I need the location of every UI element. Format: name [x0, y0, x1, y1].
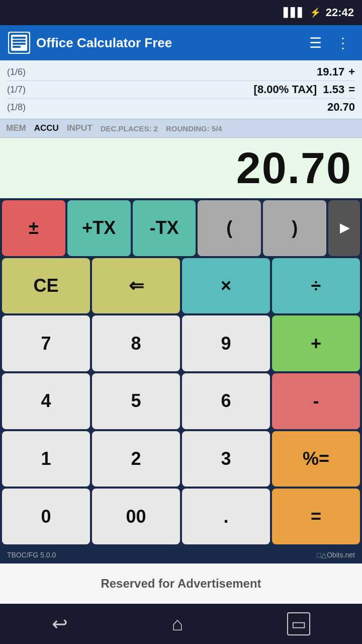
key-clear-entry[interactable]: CE [2, 258, 90, 314]
nav-bar: ↩ ⌂ ▭ [0, 604, 362, 644]
history-index-7: (1/7) [7, 85, 26, 95]
key-4[interactable]: 4 [2, 373, 90, 429]
key-add-tax[interactable]: +TX [67, 200, 131, 256]
key-row-6: 0 00 . = [2, 489, 360, 544]
key-remove-tax[interactable]: -TX [133, 200, 196, 256]
calculator-display: 20.70 [0, 138, 362, 198]
history-row-6: (1/6) 19.17 + [7, 63, 355, 81]
key-row-4: 4 5 6 - [2, 373, 360, 429]
status-time: 22:42 [326, 6, 354, 19]
app-icon [8, 32, 30, 54]
key-equals[interactable]: = [272, 489, 360, 544]
back-button[interactable]: ↩ [52, 613, 68, 635]
app-bar: Office Calculator Free ☰ ⋮ [0, 25, 362, 60]
key-row-5: 1 2 3 %= [2, 431, 360, 487]
svg-rect-4 [13, 43, 26, 45]
status-accu: ACCU [34, 123, 59, 133]
key-row-2: CE ⇐ × ÷ [2, 258, 360, 314]
key-0[interactable]: 0 [2, 489, 90, 544]
history-value-6: 19.17 [317, 65, 344, 78]
status-mem: MEM [6, 123, 26, 133]
key-double-zero[interactable]: 00 [92, 489, 180, 544]
key-row-3: 7 8 9 + [2, 315, 360, 371]
key-1[interactable]: 1 [2, 431, 90, 487]
key-backspace[interactable]: ⇐ [92, 258, 180, 314]
svg-rect-5 [13, 46, 21, 48]
key-decimal[interactable]: . [182, 489, 270, 544]
key-6[interactable]: 6 [182, 373, 270, 429]
svg-rect-3 [13, 40, 26, 42]
display-value: 20.70 [236, 142, 352, 194]
key-7[interactable]: 7 [2, 315, 90, 371]
keypad: ± +TX -TX ( ) ▶ CE ⇐ × ÷ 7 8 9 + 4 5 6 -… [0, 198, 362, 546]
status-bar: ▋▋▋ ⚡ 22:42 [0, 0, 362, 25]
history-value-7: [8.00% TAX] 1.53 [254, 83, 345, 96]
calc-status-bar: MEM ACCU INPUT DEC.PLACES: 2 ROUNDING: 5… [0, 119, 362, 138]
key-8[interactable]: 8 [92, 315, 180, 371]
history-op-7: = [348, 83, 355, 96]
key-add[interactable]: + [272, 315, 360, 371]
ad-banner: Reserved for Advertisement [0, 564, 362, 604]
key-row-1: ± +TX -TX ( ) ▶ [2, 200, 360, 256]
calc-footer: TBOC/FG 5.0.0 □△Obits.net [0, 546, 362, 564]
ad-text: Reserved for Advertisement [101, 577, 261, 591]
key-percent-equals[interactable]: %= [272, 431, 360, 487]
history-panel: (1/6) 19.17 + (1/7) [8.00% TAX] 1.53 = (… [0, 60, 362, 119]
history-value-8: 20.70 [327, 101, 355, 114]
key-subtract[interactable]: - [272, 373, 360, 429]
battery-icon: ⚡ [310, 7, 321, 18]
key-divide[interactable]: ÷ [272, 258, 360, 314]
key-5[interactable]: 5 [92, 373, 180, 429]
app-title: Office Calculator Free [36, 35, 299, 51]
footer-brand: □△Obits.net [317, 551, 355, 559]
signal-icon: ▋▋▋ [284, 7, 305, 18]
menu-icon[interactable]: ⋮ [332, 33, 354, 53]
recent-apps-button[interactable]: ▭ [287, 612, 310, 635]
key-2[interactable]: 2 [92, 431, 180, 487]
history-row-8: (1/8) 20.70 [7, 99, 355, 116]
key-3[interactable]: 3 [182, 431, 270, 487]
key-multiply[interactable]: × [182, 258, 270, 314]
svg-rect-2 [13, 37, 26, 39]
key-9[interactable]: 9 [182, 315, 270, 371]
history-op-6: + [348, 65, 355, 78]
key-scroll-right[interactable]: ▶ [328, 200, 360, 256]
status-input: INPUT [67, 123, 93, 133]
key-open-paren[interactable]: ( [198, 200, 261, 256]
history-row-7: (1/7) [8.00% TAX] 1.53 = [7, 81, 355, 99]
list-icon[interactable]: ☰ [305, 33, 326, 53]
status-dec-places: DEC.PLACES: 2 [101, 124, 158, 133]
history-index-6: (1/6) [7, 67, 26, 77]
status-rounding: ROUNDING: 5/4 [166, 124, 222, 133]
history-index-8: (1/8) [7, 102, 26, 113]
key-plus-minus[interactable]: ± [2, 200, 65, 256]
key-close-paren[interactable]: ) [263, 200, 326, 256]
footer-version: TBOC/FG 5.0.0 [7, 551, 56, 559]
home-button[interactable]: ⌂ [172, 613, 184, 635]
